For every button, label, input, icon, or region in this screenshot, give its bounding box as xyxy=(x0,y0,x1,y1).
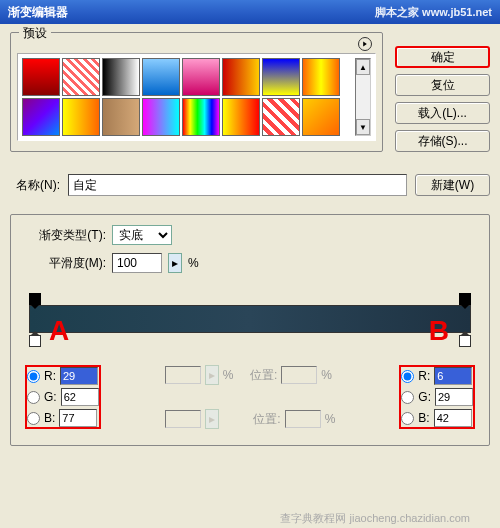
marker-b: B xyxy=(429,315,449,347)
b-right-radio[interactable] xyxy=(401,412,414,425)
g-left-radio[interactable] xyxy=(27,391,40,404)
smoothness-input[interactable] xyxy=(112,253,162,273)
swatch-12[interactable] xyxy=(182,98,220,136)
opacity-loc-field xyxy=(281,366,317,384)
swatch-15[interactable] xyxy=(302,98,340,136)
swatch-6[interactable] xyxy=(262,58,300,96)
disabled-stepper-2: ▸ xyxy=(205,409,219,429)
swatch-13[interactable] xyxy=(222,98,260,136)
r-left-radio[interactable] xyxy=(27,370,40,383)
svg-marker-0 xyxy=(363,42,367,47)
swatch-5[interactable] xyxy=(222,58,260,96)
swatch-3[interactable] xyxy=(142,58,180,96)
swatch-10[interactable] xyxy=(102,98,140,136)
marker-a: A xyxy=(49,315,69,347)
opacity-stop-left[interactable] xyxy=(29,293,41,305)
save-button[interactable]: 存储(S)... xyxy=(395,130,490,152)
gradient-preview-bar[interactable] xyxy=(29,305,471,333)
swatch-1[interactable] xyxy=(62,58,100,96)
presets-label: 预设 xyxy=(19,25,51,42)
rgb-left-group: R: G: B: xyxy=(25,365,101,429)
smoothness-stepper[interactable]: ▸ xyxy=(168,253,182,273)
swatch-9[interactable] xyxy=(62,98,100,136)
swatch-2[interactable] xyxy=(102,58,140,96)
scrollbar[interactable]: ▲ ▼ xyxy=(355,58,371,136)
swatch-7[interactable] xyxy=(302,58,340,96)
swatch-8[interactable] xyxy=(22,98,60,136)
watermark-text: 脚本之家 www.jb51.net xyxy=(375,5,492,20)
percent-label: % xyxy=(188,256,199,270)
g-right-radio[interactable] xyxy=(401,391,414,404)
gradient-type-label: 渐变类型(T): xyxy=(21,227,106,244)
reset-button[interactable]: 复位 xyxy=(395,74,490,96)
gradient-section: 渐变类型(T): 实底 平滑度(M): ▸ % A B xyxy=(10,214,490,446)
swatch-4[interactable] xyxy=(182,58,220,96)
smoothness-label: 平滑度(M): xyxy=(21,255,106,272)
load-button[interactable]: 载入(L)... xyxy=(395,102,490,124)
gradient-bar-area: A B xyxy=(21,281,479,359)
rgb-right-group: R: G: B: xyxy=(399,365,475,429)
scroll-up-button[interactable]: ▲ xyxy=(356,59,370,75)
b-left-radio[interactable] xyxy=(27,412,40,425)
color-loc-field xyxy=(285,410,321,428)
new-button[interactable]: 新建(W) xyxy=(415,174,490,196)
ok-button[interactable]: 确定 xyxy=(395,46,490,68)
name-label: 名称(N): xyxy=(10,177,60,194)
r-right-input[interactable] xyxy=(434,367,472,385)
presets-group: 预设 ▲ ▼ xyxy=(10,32,383,152)
swatch-14[interactable] xyxy=(262,98,300,136)
triangle-right-icon xyxy=(362,41,368,47)
b-left-input[interactable] xyxy=(59,409,97,427)
swatch-0[interactable] xyxy=(22,58,60,96)
gradient-type-select[interactable]: 实底 xyxy=(112,225,172,245)
mid-controls: ▸%位置:% ▸位置:% xyxy=(165,365,336,429)
scroll-down-button[interactable]: ▼ xyxy=(356,119,370,135)
disabled-stepper: ▸ xyxy=(205,365,219,385)
footer-watermark: 查字典教程网 jiaocheng.chazidian.com xyxy=(280,511,470,526)
g-right-input[interactable] xyxy=(435,388,473,406)
color-stop-left[interactable] xyxy=(29,335,41,347)
swatches-box: ▲ ▼ xyxy=(17,53,376,141)
color-field xyxy=(165,410,201,428)
swatch-11[interactable] xyxy=(142,98,180,136)
b-right-input[interactable] xyxy=(434,409,472,427)
name-input[interactable] xyxy=(68,174,407,196)
r-right-radio[interactable] xyxy=(401,370,414,383)
window-title: 渐变编辑器 xyxy=(8,4,68,21)
opacity-stop-right[interactable] xyxy=(459,293,471,305)
opacity-field xyxy=(165,366,201,384)
presets-menu-button[interactable] xyxy=(358,37,372,51)
r-left-input[interactable] xyxy=(60,367,98,385)
title-bar: 渐变编辑器 脚本之家 www.jb51.net xyxy=(0,0,500,24)
color-stop-right[interactable] xyxy=(459,335,471,347)
g-left-input[interactable] xyxy=(61,388,99,406)
